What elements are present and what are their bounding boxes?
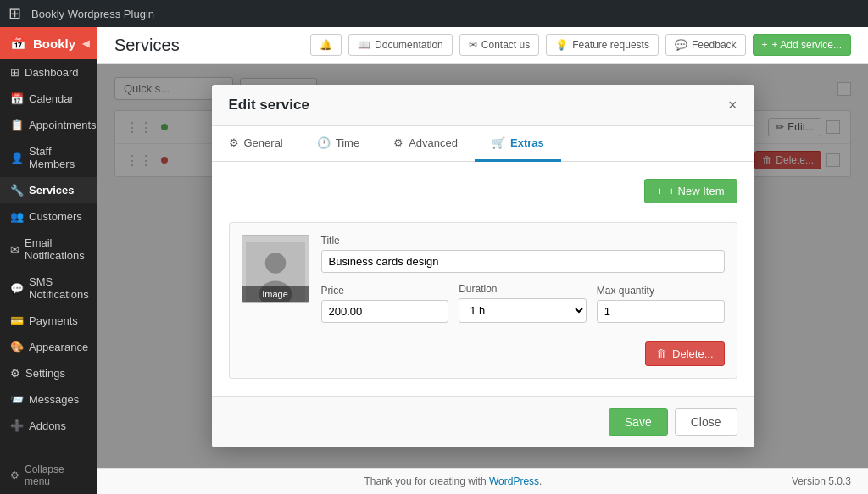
main-area: Services 🔔 📖 Documentation ✉ Contact us … bbox=[97, 27, 868, 494]
staff-icon: 👤 bbox=[10, 152, 24, 164]
modal-body: + + New Item bbox=[212, 162, 754, 396]
customers-icon: 👥 bbox=[10, 210, 24, 223]
appearance-icon: 🎨 bbox=[10, 341, 24, 353]
topbar: Services 🔔 📖 Documentation ✉ Contact us … bbox=[97, 27, 868, 64]
duration-field-group: Duration 30 min 45 min 1 h 1.5 h 2 h bbox=[459, 283, 587, 323]
sidebar-brand[interactable]: 📅 Bookly ◀ bbox=[0, 27, 97, 59]
chat-icon: 💬 bbox=[675, 39, 687, 51]
clock-icon: 🕐 bbox=[317, 136, 331, 149]
sidebar-item-customers[interactable]: 👥 Customers bbox=[0, 203, 97, 230]
add-service-button[interactable]: + + Add service... bbox=[753, 34, 851, 56]
tab-extras[interactable]: 🛒 Extras bbox=[475, 126, 561, 162]
sidebar-item-email-notifications[interactable]: ✉ Email Notifications bbox=[0, 230, 97, 269]
duration-select[interactable]: 30 min 45 min 1 h 1.5 h 2 h bbox=[459, 298, 587, 323]
modal-footer: Save Close bbox=[212, 396, 754, 447]
documentation-button[interactable]: 📖 Documentation bbox=[348, 34, 453, 56]
tab-advanced[interactable]: ⚙ Advanced bbox=[376, 126, 475, 162]
settings-icon: ⚙ bbox=[10, 367, 20, 380]
calendar-icon: 📅 bbox=[10, 92, 24, 105]
cart-icon: 🛒 bbox=[492, 136, 505, 149]
addons-icon: ➕ bbox=[10, 419, 24, 432]
maxqty-field-group: Max quantity bbox=[597, 285, 725, 323]
price-label: Price bbox=[321, 285, 449, 297]
modal-overlay: Edit service × ⚙ General 🕐 Time bbox=[97, 64, 868, 468]
delete-item-button[interactable]: 🗑 Delete... bbox=[645, 341, 724, 366]
save-button[interactable]: Save bbox=[609, 408, 668, 436]
modal-close-button[interactable]: × bbox=[728, 97, 737, 113]
footer-text: Thank you for creating with bbox=[364, 475, 489, 487]
page-title: Services bbox=[114, 36, 180, 55]
collapse-icon: ⚙ bbox=[10, 469, 19, 481]
feature-requests-button[interactable]: 💡 Feature requests bbox=[546, 34, 659, 56]
book-icon: 📖 bbox=[358, 39, 370, 51]
mail-icon: ✉ bbox=[469, 39, 477, 51]
modal-title: Edit service bbox=[229, 97, 309, 114]
version-text: Version 5.0.3 bbox=[792, 475, 851, 487]
extra-item-image[interactable]: Image bbox=[242, 235, 309, 303]
wordpress-link[interactable]: WordPress bbox=[489, 475, 539, 487]
duration-label: Duration bbox=[459, 283, 587, 295]
maxqty-label: Max quantity bbox=[597, 285, 725, 297]
sidebar-item-services[interactable]: 🔧 Services bbox=[0, 177, 97, 203]
title-field-group: Title bbox=[321, 235, 725, 273]
contact-us-button[interactable]: ✉ Contact us bbox=[459, 34, 539, 56]
dashboard-icon: ⊞ bbox=[10, 66, 19, 79]
close-modal-button[interactable]: Close bbox=[675, 408, 737, 436]
topbar-left: Services bbox=[114, 36, 180, 55]
extra-item: Image Title bbox=[229, 222, 737, 379]
gear-icon: ⚙ bbox=[229, 136, 239, 149]
price-field-group: Price bbox=[321, 285, 449, 323]
plus-icon: + bbox=[762, 39, 768, 51]
sidebar: 📅 Bookly ◀ ⊞ Dashboard 📅 Calendar 📋 Appo… bbox=[0, 27, 97, 494]
sidebar-item-sms-notifications[interactable]: 💬 SMS Notifications bbox=[0, 269, 97, 308]
services-icon: 🔧 bbox=[10, 184, 24, 197]
svg-point-1 bbox=[264, 253, 286, 274]
plus-new-icon: + bbox=[657, 185, 664, 197]
bulb-icon: 💡 bbox=[555, 39, 568, 51]
topbar-actions: 🔔 📖 Documentation ✉ Contact us 💡 Feature… bbox=[310, 34, 851, 56]
sms-icon: 💬 bbox=[10, 282, 24, 295]
sidebar-item-addons[interactable]: ➕ Addons bbox=[0, 413, 97, 439]
advanced-gear-icon: ⚙ bbox=[393, 136, 403, 149]
extra-item-fields: Title Price bbox=[321, 235, 725, 366]
sidebar-item-settings[interactable]: ⚙ Settings bbox=[0, 360, 97, 386]
page-footer: Thank you for creating with WordPress. V… bbox=[97, 468, 868, 494]
feedback-button[interactable]: 💬 Feedback bbox=[665, 34, 746, 56]
appointments-icon: 📋 bbox=[10, 119, 24, 131]
price-input[interactable] bbox=[321, 300, 449, 323]
collapse-menu-button[interactable]: ⚙ Collapse menu bbox=[0, 457, 97, 494]
messages-icon: 📨 bbox=[10, 393, 24, 406]
layout: 📅 Bookly ◀ ⊞ Dashboard 📅 Calendar 📋 Appo… bbox=[0, 27, 868, 494]
wp-logo: ⊞ bbox=[8, 4, 21, 23]
modal-header: Edit service × bbox=[212, 85, 754, 126]
field-row: Price Duration 30 min 45 min 1 h bbox=[321, 283, 725, 323]
edit-service-modal: Edit service × ⚙ General 🕐 Time bbox=[212, 85, 754, 447]
email-icon: ✉ bbox=[10, 243, 19, 256]
admin-bar: ⊞ Bookly Wordpress Plugin bbox=[0, 0, 868, 27]
sidebar-item-appearance[interactable]: 🎨 Appearance bbox=[0, 334, 97, 360]
sidebar-item-messages[interactable]: 📨 Messages bbox=[0, 386, 97, 413]
trash-item-icon: 🗑 bbox=[656, 347, 667, 360]
maxqty-input[interactable] bbox=[597, 300, 725, 323]
sidebar-brand-label: Bookly bbox=[33, 36, 75, 51]
sidebar-brand-icon: 📅 bbox=[10, 36, 26, 51]
title-label: Title bbox=[321, 235, 725, 247]
sidebar-item-staff[interactable]: 👤 Staff Members bbox=[0, 138, 97, 177]
title-input[interactable] bbox=[321, 250, 725, 273]
new-item-button[interactable]: + + New Item bbox=[644, 179, 737, 203]
payments-icon: 💳 bbox=[10, 314, 24, 327]
sidebar-item-dashboard[interactable]: ⊞ Dashboard bbox=[0, 59, 97, 86]
modal-tabs: ⚙ General 🕐 Time ⚙ Advanced 🛒 bbox=[212, 126, 754, 162]
content-area: ...ategories... ⋮⋮ ✏ Edit... bbox=[97, 64, 868, 468]
bell-button[interactable]: 🔔 bbox=[310, 34, 342, 56]
sidebar-item-calendar[interactable]: 📅 Calendar bbox=[0, 86, 97, 112]
tab-time[interactable]: 🕐 Time bbox=[300, 126, 376, 162]
tab-general[interactable]: ⚙ General bbox=[212, 126, 300, 162]
admin-bar-title: Bookly Wordpress Plugin bbox=[31, 8, 154, 20]
sidebar-item-appointments[interactable]: 📋 Appointments bbox=[0, 112, 97, 138]
image-label: Image bbox=[242, 286, 309, 302]
sidebar-item-payments[interactable]: 💳 Payments bbox=[0, 308, 97, 334]
sidebar-brand-arrow-icon: ◀ bbox=[82, 38, 89, 49]
